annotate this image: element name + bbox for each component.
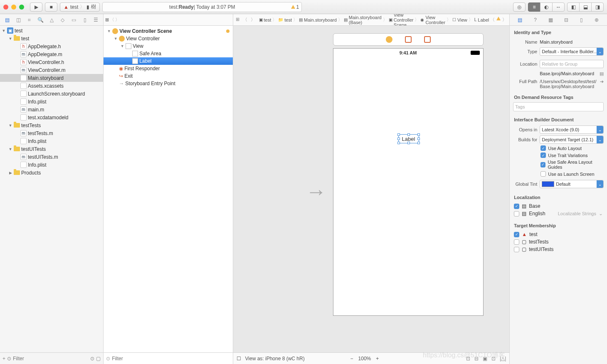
warning-indicator[interactable]: 1 bbox=[291, 4, 299, 10]
file-inspector-tab[interactable]: ▤ bbox=[516, 16, 524, 24]
tree-item[interactable]: ▼test bbox=[0, 34, 103, 42]
exit-icon[interactable] bbox=[424, 36, 431, 43]
outline-item[interactable]: ▼View Controller Scene bbox=[104, 27, 232, 35]
tree-item[interactable]: Assets.xcassets bbox=[0, 82, 103, 90]
jumpbar-segment[interactable]: ▤Main.storyboard bbox=[299, 17, 337, 22]
related-items-icon[interactable]: ⊞ bbox=[236, 17, 239, 23]
back-icon[interactable]: 〈 bbox=[243, 17, 247, 23]
tree-item[interactable]: LaunchScreen.storyboard bbox=[0, 90, 103, 98]
outline-item[interactable]: Safe Area bbox=[104, 50, 232, 57]
jumpbar-segment[interactable]: ◉View Controller bbox=[420, 15, 445, 25]
back-icon[interactable]: 〈 bbox=[110, 17, 114, 23]
related-items-icon[interactable]: ⊞ bbox=[105, 17, 109, 22]
project-navigator-tab[interactable]: ▤ bbox=[3, 16, 11, 24]
view-as-label[interactable]: View as: iPhone 8 (wC hR) bbox=[245, 356, 305, 362]
zoom-window[interactable] bbox=[19, 5, 24, 10]
zoom-out-icon[interactable]: − bbox=[350, 356, 353, 362]
ib-canvas[interactable]: → 9:41 AM Label bbox=[233, 26, 510, 352]
tree-item[interactable]: ▼testUITests bbox=[0, 145, 103, 153]
connections-inspector-tab[interactable]: ⊕ bbox=[593, 16, 600, 24]
size-inspector-tab[interactable]: ▯ bbox=[578, 16, 585, 24]
close-window[interactable] bbox=[3, 5, 8, 10]
tree-item[interactable]: mViewController.m bbox=[0, 66, 103, 74]
standard-editor[interactable]: ≡ bbox=[528, 2, 540, 12]
tree-item[interactable]: Info.plist bbox=[0, 161, 103, 169]
outline-item[interactable]: ◉First Responder bbox=[104, 65, 232, 72]
add-icon[interactable]: + bbox=[2, 356, 5, 362]
global-tint-select[interactable]: Default bbox=[540, 180, 604, 188]
tree-item[interactable]: hViewController.h bbox=[0, 58, 103, 66]
reveal-arrow-icon[interactable]: ➔ bbox=[600, 79, 604, 84]
library-button[interactable]: ◎ bbox=[513, 2, 526, 12]
view-controller-scene[interactable]: 9:41 AM Label bbox=[333, 33, 484, 317]
run-button[interactable]: ▶ bbox=[30, 2, 42, 12]
toggle-outline-icon[interactable]: ☐ bbox=[237, 356, 241, 362]
outline-filter-input[interactable] bbox=[112, 356, 230, 362]
tree-item[interactable]: mmain.m bbox=[0, 106, 103, 113]
tree-item[interactable]: Info.plist bbox=[0, 137, 103, 145]
file-type-select[interactable]: Default - Interface Builder... bbox=[540, 47, 604, 56]
location-select[interactable]: Relative to Group bbox=[540, 60, 604, 68]
tm-testtests-chk[interactable] bbox=[514, 239, 519, 245]
outline-item[interactable]: LLabel bbox=[104, 57, 232, 65]
opens-in-select[interactable]: Latest Xcode (9.0) bbox=[540, 125, 604, 134]
navigator-filter-input[interactable] bbox=[13, 356, 89, 362]
loc-english-chk[interactable] bbox=[514, 211, 519, 216]
tree-item[interactable]: ▶Products bbox=[0, 169, 103, 177]
tm-testui-chk[interactable] bbox=[514, 247, 519, 252]
breakpoint-navigator-tab[interactable]: ▯ bbox=[81, 16, 89, 24]
first-responder-icon[interactable] bbox=[405, 36, 412, 43]
canvas-jump-bar[interactable]: ⊞ 〈 〉 ▣test〉📁test〉▤Main.storyboard〉▤Main… bbox=[233, 14, 510, 26]
zoom-in-icon[interactable]: + bbox=[376, 356, 379, 362]
source-control-tab[interactable]: ◫ bbox=[15, 16, 22, 24]
chk-autolayout[interactable]: ✓ bbox=[540, 145, 546, 151]
jumpbar-segment[interactable]: ▣test bbox=[259, 17, 271, 22]
outline-tree[interactable]: ▼View Controller Scene▼View Controller▼V… bbox=[104, 26, 232, 352]
attributes-inspector-tab[interactable]: ⊟ bbox=[563, 16, 570, 24]
chk-safearea[interactable]: ✓ bbox=[540, 162, 545, 167]
tree-item[interactable]: Info.plist bbox=[0, 98, 103, 106]
minimize-window[interactable] bbox=[11, 5, 16, 10]
assistant-editor[interactable]: ◐ bbox=[540, 2, 553, 12]
tree-item[interactable]: Main.storyboard bbox=[0, 74, 103, 82]
report-navigator-tab[interactable]: ☰ bbox=[92, 16, 100, 24]
tree-item[interactable]: ▼▣test bbox=[0, 27, 103, 34]
tags-input[interactable]: Tags bbox=[513, 102, 604, 111]
outline-item[interactable]: ↪Exit bbox=[104, 72, 232, 80]
jumpbar-segment[interactable]: 📁test bbox=[278, 17, 292, 22]
issue-navigator-tab[interactable]: △ bbox=[48, 16, 55, 24]
outline-item[interactable]: ▼View bbox=[104, 42, 232, 50]
outline-item[interactable]: ▼View Controller bbox=[104, 35, 232, 42]
recent-filter-icon[interactable]: ⊙ bbox=[90, 356, 94, 362]
identity-inspector-tab[interactable]: ▦ bbox=[547, 16, 555, 24]
scm-filter-icon[interactable]: ▢ bbox=[96, 356, 101, 362]
toggle-debug-area[interactable]: ⬓ bbox=[579, 2, 592, 12]
view-controller-icon[interactable] bbox=[386, 36, 392, 43]
jumpbar-segment[interactable]: ▤Main.storyboard (Base) bbox=[344, 15, 382, 25]
forward-icon[interactable]: 〉 bbox=[115, 17, 120, 23]
chk-launch[interactable] bbox=[540, 171, 546, 177]
tree-item[interactable]: ▼testTests bbox=[0, 121, 103, 129]
quick-help-tab[interactable]: ? bbox=[532, 16, 539, 24]
loc-base-chk[interactable]: ✓ bbox=[514, 204, 519, 209]
jumpbar-segment[interactable]: ▣View Controller Scene bbox=[389, 14, 414, 26]
jumpbar-segment[interactable]: ☐View bbox=[452, 17, 467, 22]
scheme-selector[interactable]: ▲ test 〉 ▮ 樹 bbox=[60, 2, 100, 12]
tree-item[interactable]: hAppDelegate.h bbox=[0, 42, 103, 50]
symbol-navigator-tab[interactable]: ⌗ bbox=[26, 16, 33, 24]
tm-test-chk[interactable]: ✓ bbox=[514, 232, 519, 237]
toggle-inspector[interactable]: ◨ bbox=[591, 2, 604, 12]
tree-item[interactable]: mtestTests.m bbox=[0, 129, 103, 137]
selected-uilabel[interactable]: Label bbox=[399, 135, 418, 143]
debug-navigator-tab[interactable]: ▭ bbox=[70, 16, 77, 24]
test-navigator-tab[interactable]: ◇ bbox=[59, 16, 67, 24]
prev-issue-icon[interactable]: 〈 bbox=[490, 17, 495, 23]
device-frame[interactable]: 9:41 AM Label bbox=[333, 48, 484, 316]
builds-for-select[interactable]: Deployment Target (12.1) bbox=[540, 135, 604, 144]
forward-icon[interactable]: 〉 bbox=[251, 17, 255, 23]
chk-trait[interactable]: ✓ bbox=[540, 152, 546, 158]
jumpbar-segment[interactable]: LLabel bbox=[474, 17, 489, 22]
tree-item[interactable]: mtestUITests.m bbox=[0, 153, 103, 161]
next-issue-icon[interactable]: 〉 bbox=[502, 17, 507, 23]
locate-icon[interactable]: ▤ bbox=[600, 71, 604, 76]
